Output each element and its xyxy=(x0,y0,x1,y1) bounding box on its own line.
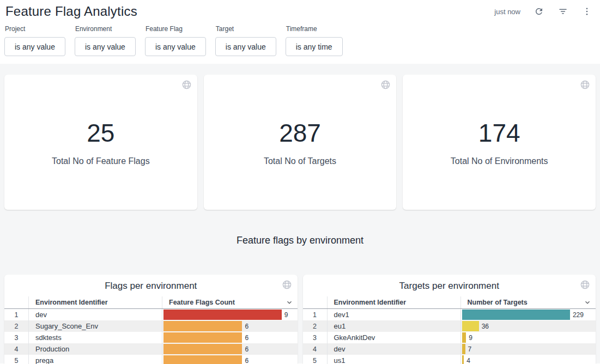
filter-environment: Environment is any value xyxy=(75,25,136,56)
table-row[interactable]: 2 eu1 36 xyxy=(303,320,596,332)
kebab-menu-icon[interactable] xyxy=(581,6,592,17)
bar-cell: 6 xyxy=(162,332,298,343)
row-number: 4 xyxy=(303,343,328,355)
filter-timeframe: Timeframe is any time xyxy=(286,25,343,56)
bar-cell: 9 xyxy=(162,309,298,320)
filter-label: Feature Flag xyxy=(146,25,206,33)
bar xyxy=(163,321,242,331)
column-header[interactable]: Environment Identifier xyxy=(328,296,461,308)
kpi-value: 287 xyxy=(279,118,321,148)
flags-per-environment-card: Flags per environment Environment Identi… xyxy=(4,275,298,364)
filter-icon[interactable] xyxy=(557,6,568,17)
bar xyxy=(163,344,242,354)
table-row[interactable]: 1 dev1 229 xyxy=(303,309,596,320)
filter-timeframe-button[interactable]: is any time xyxy=(286,37,343,56)
column-header-label: Feature Flags Count xyxy=(169,299,235,306)
row-number: 4 xyxy=(4,343,29,355)
page-title: Feature Flag Analytics xyxy=(5,4,137,19)
environment-name: Sugary_Scone_Env xyxy=(29,320,162,332)
globe-icon xyxy=(580,80,590,90)
filter-project: Project is any value xyxy=(4,25,65,56)
filter-target-button[interactable]: is any value xyxy=(215,37,276,56)
environment-name: prega xyxy=(29,355,162,364)
bar-cell: 7 xyxy=(461,343,596,355)
row-number-header xyxy=(4,296,29,308)
bar-value: 6 xyxy=(245,345,249,353)
refresh-icon[interactable] xyxy=(534,6,544,17)
row-number: 1 xyxy=(303,309,328,320)
kpi-label: Total No of Feature Flags xyxy=(52,156,150,166)
table-row[interactable]: 5 us1 4 xyxy=(303,355,596,364)
row-number: 5 xyxy=(303,355,328,364)
bar xyxy=(163,355,242,364)
kpi-label: Total No of Environments xyxy=(451,156,548,166)
environment-name: dev1 xyxy=(328,309,461,320)
filter-feature-flag: Feature Flag is any value xyxy=(145,25,206,56)
table-header: Environment Identifier Feature Flags Cou… xyxy=(4,296,298,309)
bar-cell: 4 xyxy=(461,355,596,364)
kpi-card-targets: 287 Total No of Targets xyxy=(204,75,397,210)
row-number: 3 xyxy=(303,332,328,343)
bar-value: 36 xyxy=(482,323,489,330)
top-bar: Feature Flag Analytics just now xyxy=(0,0,600,21)
bar-cell: 36 xyxy=(461,320,596,332)
chevron-down-icon[interactable] xyxy=(285,298,294,307)
bar-value: 6 xyxy=(245,357,249,364)
column-header[interactable]: Number of Targets xyxy=(461,296,596,308)
bar xyxy=(462,344,465,354)
kpi-card-environments: 174 Total No of Environments xyxy=(403,75,596,210)
section-title: Feature flags by environment xyxy=(0,235,600,246)
bar-value: 9 xyxy=(284,311,288,319)
bar xyxy=(462,310,570,320)
table-row[interactable]: 3 sdktests 6 xyxy=(4,332,298,343)
table-row[interactable]: 4 Production 6 xyxy=(4,343,298,355)
tables-row: Flags per environment Environment Identi… xyxy=(4,275,596,364)
filter-target: Target is any value xyxy=(215,25,276,56)
column-header-label: Number of Targets xyxy=(468,299,528,306)
bar-cell: 9 xyxy=(461,332,596,343)
bar-value: 9 xyxy=(469,334,472,342)
environment-name: eu1 xyxy=(328,320,461,332)
dashboard-body: 25 Total No of Feature Flags 287 Total N… xyxy=(0,64,600,363)
bar-value: 229 xyxy=(573,311,584,319)
row-number: 5 xyxy=(4,355,29,364)
bar xyxy=(462,332,466,343)
table-row[interactable]: 5 prega 6 xyxy=(4,355,298,364)
kpi-value: 174 xyxy=(478,118,520,148)
row-number: 1 xyxy=(4,309,29,320)
last-refresh-label: just now xyxy=(494,8,520,16)
bar-value: 6 xyxy=(245,334,249,342)
table-header: Environment Identifier Number of Targets xyxy=(303,296,596,309)
column-header[interactable]: Feature Flags Count xyxy=(162,296,298,308)
column-header[interactable]: Environment Identifier xyxy=(29,296,162,308)
kpi-row: 25 Total No of Feature Flags 287 Total N… xyxy=(4,75,596,210)
filter-label: Timeframe xyxy=(286,25,343,33)
bar xyxy=(462,321,479,331)
bar-value: 7 xyxy=(468,345,472,353)
row-number: 3 xyxy=(4,332,29,343)
chevron-down-icon[interactable] xyxy=(583,298,592,307)
table-row[interactable]: 4 dev 7 xyxy=(303,343,596,355)
environment-name: GkeAnkitDev xyxy=(328,332,461,343)
row-number: 2 xyxy=(303,320,328,332)
table-row[interactable]: 2 Sugary_Scone_Env 6 xyxy=(4,320,298,332)
tile-title: Targets per environment xyxy=(303,275,596,296)
globe-icon xyxy=(181,80,192,90)
filter-bar: Project is any value Environment is any … xyxy=(0,21,600,64)
table-row[interactable]: 3 GkeAnkitDev 9 xyxy=(303,332,596,343)
filter-environment-button[interactable]: is any value xyxy=(75,37,136,56)
kpi-card-feature-flags: 25 Total No of Feature Flags xyxy=(4,75,197,210)
filter-feature-flag-button[interactable]: is any value xyxy=(145,37,206,56)
bar-cell: 229 xyxy=(461,309,596,320)
top-bar-actions: just now xyxy=(494,6,592,17)
row-number-header xyxy=(303,296,328,308)
bar-value: 4 xyxy=(466,357,470,364)
globe-icon xyxy=(580,280,590,290)
kpi-value: 25 xyxy=(87,118,114,148)
bar-cell: 6 xyxy=(162,355,298,364)
environment-name: dev xyxy=(328,343,461,355)
filter-label: Target xyxy=(216,25,276,33)
table-row[interactable]: 1 dev 9 xyxy=(4,309,298,320)
filter-project-button[interactable]: is any value xyxy=(4,37,65,56)
environment-name: dev xyxy=(29,309,162,320)
